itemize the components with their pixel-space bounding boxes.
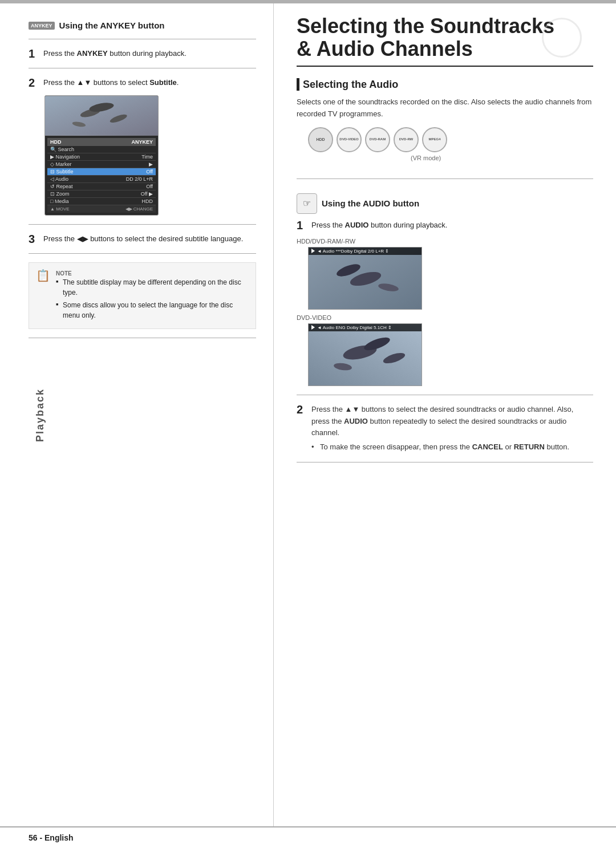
anykey-header: ANYKEY Using the ANYKEY button <box>29 21 256 30</box>
disc-icon-hdd: HDD <box>308 127 333 152</box>
menu-header-right: ANYKEY <box>131 139 153 145</box>
menu-mockup: HDD ANYKEY 🔍 Search ▶ NavigationTime ◇ M… <box>44 95 159 216</box>
page-container: Playback ANYKEY Using the ANYKEY button … <box>0 0 616 848</box>
return-bold: RETURN <box>514 443 545 451</box>
step-1-text: Press the ANYKEY button during playback. <box>43 48 187 59</box>
playback-sidebar-label: Playback <box>34 375 46 455</box>
menu-footer-left: ▲ MOVE <box>50 206 70 212</box>
audio-triangle-2 <box>311 325 315 330</box>
menu-item-search: 🔍 Search <box>47 146 156 153</box>
step-2-row: 2 Press the ▲▼ buttons to select Subtitl… <box>29 77 256 88</box>
title-line1: Selecting the Soundtracks <box>297 14 554 38</box>
divider-2 <box>29 68 256 68</box>
step-1-row: 1 Press the ANYKEY button during playbac… <box>29 48 256 59</box>
main-content: Playback ANYKEY Using the ANYKEY button … <box>0 3 616 826</box>
bottom-footer: 56 - English <box>0 826 616 848</box>
audio-step-number-1: 1 <box>297 220 307 231</box>
video2-overlay-text: ◄ Audio ENG Dolby Digital 5.1CH ⇕ <box>317 325 392 330</box>
video1-label: HDD/DVD-RAM/-RW <box>297 238 593 245</box>
note-section: 📋 NOTE The subtitle display may be diffe… <box>29 262 256 329</box>
step-2-text: Press the ▲▼ buttons to select Subtitle. <box>43 77 179 88</box>
cancel-bold: CANCEL <box>472 443 503 451</box>
menu-item-marker: ◇ Marker▶ <box>47 161 156 168</box>
video1-overlay: ◄ Audio ***Dolby Digital 2/0 L+R ⇕ <box>309 247 422 255</box>
divider-right-1 <box>297 178 593 179</box>
video2-mockup: ◄ Audio ENG Dolby Digital 5.1CH ⇕ <box>308 323 422 386</box>
menu-item-repeat: ↺ RepeatOff <box>47 183 156 190</box>
divider-1 <box>29 39 256 39</box>
step-number-3: 3 <box>29 233 39 245</box>
video1-mockup: ◄ Audio ***Dolby Digital 2/0 L+R ⇕ <box>308 247 422 310</box>
svg-rect-0 <box>45 96 158 135</box>
audio-step-number-2: 2 <box>297 404 307 415</box>
step-number-2: 2 <box>29 77 39 88</box>
disc-icon-mpeg4: MPEG4 <box>422 127 447 152</box>
video2-overlay: ◄ Audio ENG Dolby Digital 5.1CH ⇕ <box>309 324 422 331</box>
audio-step2-bold: AUDIO <box>344 417 368 425</box>
menu-image-area <box>45 96 158 136</box>
video1-overlay-text: ◄ Audio ***Dolby Digital 2/0 L+R ⇕ <box>317 249 389 254</box>
page-number: 56 - English <box>29 833 74 842</box>
menu-bird-image <box>45 96 158 136</box>
note-item-1: The subtitle display may be different de… <box>56 277 249 298</box>
menu-mockup-inner: HDD ANYKEY 🔍 Search ▶ NavigationTime ◇ M… <box>45 136 158 215</box>
step-1-bold: ANYKEY <box>77 49 108 58</box>
anykey-badge: ANYKEY <box>29 22 55 30</box>
title-line2: & Audio Channels <box>297 37 473 60</box>
menu-item-navigation: ▶ NavigationTime <box>47 153 156 161</box>
divider-4 <box>29 253 256 254</box>
disc-icon-dvd-video: DVD-VIDEO <box>337 127 362 152</box>
section-title: Selecting the Audio <box>303 79 398 91</box>
divider-right-3 <box>297 462 593 462</box>
disc-icon-dvd-rw: DVD-RW <box>394 127 419 152</box>
audio-step-2-row: 2 Press the ▲▼ buttons to select the des… <box>297 404 593 453</box>
audio-step-2-text: Press the ▲▼ buttons to select the desir… <box>311 405 573 437</box>
audio-step-1-text: Press the AUDIO button during playback. <box>311 220 447 231</box>
audio-step-2-content: Press the ▲▼ buttons to select the desir… <box>311 404 593 453</box>
menu-header-left: HDD <box>50 139 62 145</box>
video1-bird-image <box>309 247 422 310</box>
video2-label: DVD-VIDEO <box>297 314 593 321</box>
step-3-row: 3 Press the ◀▶ buttons to select the des… <box>29 233 256 245</box>
note-label: NOTE <box>56 270 72 277</box>
note-list: The subtitle display may be different de… <box>56 277 249 320</box>
step-2-bold: Subtitle <box>149 78 177 87</box>
menu-item-zoom: ⊡ ZoomOff ▶ <box>47 190 156 198</box>
audio-step-1-row: 1 Press the AUDIO button during playback… <box>297 220 593 231</box>
vr-mode-text: (VR mode) <box>411 155 593 161</box>
video2-bird-image <box>309 324 422 386</box>
step-3-text: Press the ◀▶ buttons to select the desir… <box>43 233 243 245</box>
audio-bold: AUDIO <box>345 221 369 229</box>
audio-header: ☞ Using the AUDIO button <box>297 193 593 214</box>
audio-section: ☞ Using the AUDIO button 1 Press the AUD… <box>297 193 593 471</box>
audio-icon: ☞ <box>297 193 317 214</box>
divider-right-2 <box>297 395 593 395</box>
menu-item-subtitle: ⊟ SubtitleOff <box>47 168 156 176</box>
audio-title: Using the AUDIO button <box>322 198 419 208</box>
left-column: Playback ANYKEY Using the ANYKEY button … <box>0 3 274 826</box>
title-decoration <box>542 18 582 58</box>
note-icon: 📋 <box>36 269 50 282</box>
note-item-2: Some discs allow you to select the langu… <box>56 300 249 320</box>
title-area: Selecting the Soundtracks & Audio Channe… <box>297 15 593 66</box>
audio-description: Selects one of the soundtracks recorded … <box>297 96 593 120</box>
menu-footer: ▲ MOVE ◀▶ CHANGE <box>47 205 156 213</box>
anykey-section: ANYKEY Using the ANYKEY button 1 Press t… <box>29 21 256 347</box>
divider-3 <box>29 224 256 225</box>
title-underline <box>297 66 593 67</box>
section-bar <box>297 78 299 91</box>
disc-icon-dvd-ram: DVD-RAM <box>365 127 390 152</box>
selecting-audio-header: Selecting the Audio <box>297 78 593 91</box>
menu-footer-right: ◀▶ CHANGE <box>125 206 153 212</box>
hand-icon: ☞ <box>303 198 311 209</box>
step-number-1: 1 <box>29 48 39 59</box>
audio-triangle-1 <box>311 249 315 253</box>
bullet-item-1: To make the screen disappear, then press… <box>311 441 593 453</box>
divider-5 <box>29 338 256 338</box>
disc-icons-row: HDD DVD-VIDEO DVD-RAM DVD-RW MPEG4 <box>308 127 593 152</box>
menu-header-row: HDD ANYKEY <box>47 138 156 146</box>
menu-item-media: □ MediaHDD <box>47 198 156 205</box>
anykey-title: Using the ANYKEY button <box>59 21 165 30</box>
menu-item-audio: ◁ AudioDD 2/0 L+R <box>47 176 156 183</box>
note-content: NOTE The subtitle display may be differe… <box>56 269 249 323</box>
